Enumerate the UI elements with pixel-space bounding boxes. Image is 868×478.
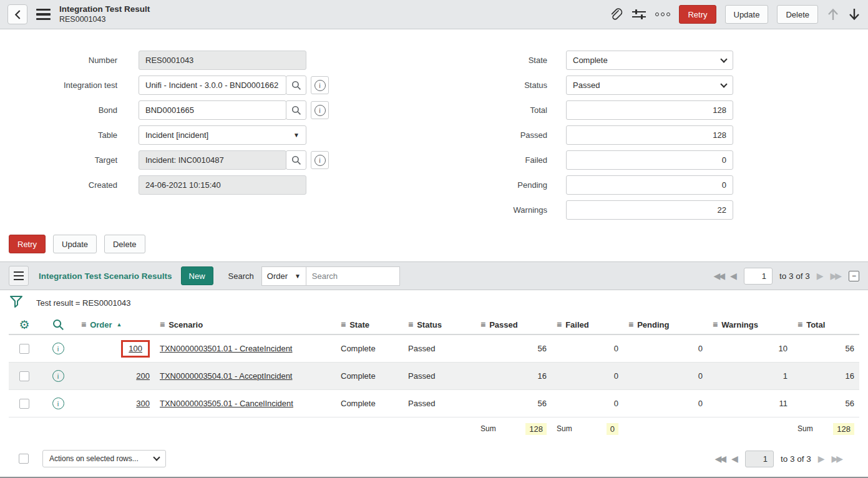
scenario-link[interactable]: TXN0000003504.01 - AcceptIncident <box>160 371 292 381</box>
scroll-down-icon[interactable] <box>848 7 861 21</box>
delete-button-bottom[interactable]: Delete <box>104 235 145 253</box>
column-header-failed[interactable]: ≡ Failed <box>552 319 623 329</box>
first-page-icon[interactable]: ◀◀ <box>715 454 725 463</box>
reference-lookup-button[interactable] <box>286 150 306 170</box>
list-search-icon[interactable] <box>52 319 64 331</box>
column-menu-icon[interactable]: ≡ <box>557 319 562 329</box>
gear-icon[interactable]: ⚙ <box>19 319 29 331</box>
column-menu-icon[interactable]: ≡ <box>480 319 485 329</box>
integration-test-input[interactable]: Unifi - Incident - 3.0.0 - BND0001662 <box>139 76 286 95</box>
scenario-link[interactable]: TXN0000003505.01 - CancelIncident <box>160 399 293 408</box>
list-pagination-top: ◀◀ ◀ to 3 of 3 ▶ ▶▶ − <box>714 268 859 285</box>
prev-page-icon[interactable]: ◀ <box>730 271 737 280</box>
actions-on-rows-select[interactable]: Actions on selected rows... <box>42 450 166 467</box>
personalize-form-icon[interactable] <box>631 8 646 21</box>
failed-cell: 0 <box>552 399 623 408</box>
column-menu-icon[interactable]: ≡ <box>81 319 86 329</box>
column-menu-icon[interactable]: ≡ <box>408 319 413 329</box>
search-icon <box>291 155 301 165</box>
table-dropdown[interactable]: Incident [incident] ▼ <box>139 125 306 145</box>
column-header-scenario[interactable]: ≡ Scenario <box>155 319 336 329</box>
scroll-up-icon[interactable] <box>827 7 839 21</box>
field-status: Status Passed <box>499 76 760 95</box>
failed-input[interactable]: 0 <box>566 150 733 170</box>
bond-input[interactable]: BND0001665 <box>139 100 286 120</box>
column-menu-icon[interactable]: ≡ <box>713 319 718 329</box>
select-all-checkbox[interactable] <box>19 454 29 464</box>
update-button-bottom[interactable]: Update <box>53 235 97 253</box>
more-options-icon[interactable] <box>655 12 670 16</box>
row-checkbox[interactable] <box>19 344 29 354</box>
passed-cell: 56 <box>475 344 552 353</box>
list-footer: Actions on selected rows... ◀◀ ◀ to 3 of… <box>9 450 859 467</box>
annotation-highlight-box: 100 <box>121 340 150 358</box>
state-select[interactable]: Complete <box>566 51 733 70</box>
table-header-row: ⚙ ≡ Order ▲ ≡ Scenario ≡ State ≡ <box>9 315 859 335</box>
warnings-input[interactable]: 22 <box>566 200 733 220</box>
chevron-left-icon <box>14 10 21 19</box>
status-cell: Passed <box>403 344 475 353</box>
page-number-input[interactable] <box>744 268 773 285</box>
column-menu-icon[interactable]: ≡ <box>341 319 346 329</box>
new-button[interactable]: New <box>181 266 213 285</box>
column-menu-icon[interactable]: ≡ <box>160 319 165 329</box>
list-search-input[interactable] <box>306 266 400 286</box>
retry-button-bottom[interactable]: Retry <box>9 235 46 253</box>
passed-input[interactable]: 128 <box>566 125 733 145</box>
column-menu-icon[interactable]: ≡ <box>628 319 633 329</box>
reference-preview-button[interactable]: i <box>311 151 329 169</box>
field-label: Bond <box>21 105 139 115</box>
filter-breadcrumb[interactable]: Test result = RES0001043 <box>36 298 130 308</box>
row-info-icon[interactable]: i <box>52 343 64 354</box>
last-page-icon[interactable]: ▶▶ <box>831 454 841 463</box>
first-page-icon[interactable]: ◀◀ <box>714 271 724 280</box>
row-info-icon[interactable]: i <box>52 370 64 382</box>
scenario-link[interactable]: TXN0000003501.01 - CreateIncident <box>160 344 292 353</box>
field-bond: Bond BND0001665 i <box>21 100 372 120</box>
warnings-cell: 1 <box>708 371 792 381</box>
sum-label: Sum <box>797 424 813 433</box>
column-header-state[interactable]: ≡ State <box>336 319 403 329</box>
field-label: Pending <box>499 180 566 190</box>
reference-preview-button[interactable]: i <box>311 76 329 94</box>
page-number-input[interactable] <box>745 451 774 467</box>
retry-button[interactable]: Retry <box>679 5 716 24</box>
back-button[interactable] <box>7 4 27 24</box>
last-page-icon[interactable]: ▶▶ <box>830 271 840 280</box>
total-input[interactable]: 128 <box>566 100 733 120</box>
pending-input[interactable]: 0 <box>566 175 733 195</box>
reference-preview-button[interactable]: i <box>311 101 329 119</box>
delete-button[interactable]: Delete <box>777 5 818 24</box>
related-list-title[interactable]: Integration Test Scenario Results <box>39 271 172 281</box>
reference-lookup-button[interactable] <box>286 76 306 95</box>
order-link[interactable]: 300 <box>136 399 150 408</box>
order-link[interactable]: 200 <box>136 371 150 381</box>
search-column-dropdown[interactable]: Order ▼ <box>261 266 306 286</box>
order-link[interactable]: 100 <box>129 344 142 353</box>
row-info-icon[interactable]: i <box>52 398 64 409</box>
funnel-icon[interactable] <box>9 295 24 311</box>
total-cell: 56 <box>792 344 859 353</box>
prev-page-icon[interactable]: ◀ <box>731 454 738 463</box>
row-checkbox[interactable] <box>19 371 29 381</box>
column-header-passed[interactable]: ≡ Passed <box>475 319 552 329</box>
chevron-down-icon <box>720 80 727 87</box>
column-menu-icon[interactable]: ≡ <box>797 319 802 329</box>
next-page-icon[interactable]: ▶ <box>817 271 824 280</box>
table-row: i 300 TXN0000003505.01 - CancelIncident … <box>9 390 859 417</box>
column-header-total[interactable]: ≡ Total <box>792 319 859 329</box>
update-button[interactable]: Update <box>725 5 769 24</box>
column-header-status[interactable]: ≡ Status <box>403 319 475 329</box>
reference-lookup-button[interactable] <box>286 100 306 120</box>
column-header-warnings[interactable]: ≡ Warnings <box>708 319 792 329</box>
pagination-range: to 3 of 3 <box>779 271 810 281</box>
collapse-list-icon[interactable]: − <box>849 271 859 281</box>
context-menu-icon[interactable] <box>36 9 51 20</box>
row-checkbox[interactable] <box>19 399 29 409</box>
next-page-icon[interactable]: ▶ <box>818 454 825 463</box>
column-header-pending[interactable]: ≡ Pending <box>623 319 708 329</box>
status-select[interactable]: Passed <box>566 76 733 95</box>
list-context-menu-button[interactable] <box>9 266 29 286</box>
column-header-order[interactable]: ≡ Order ▲ <box>76 319 155 329</box>
attachment-icon[interactable] <box>609 7 623 22</box>
